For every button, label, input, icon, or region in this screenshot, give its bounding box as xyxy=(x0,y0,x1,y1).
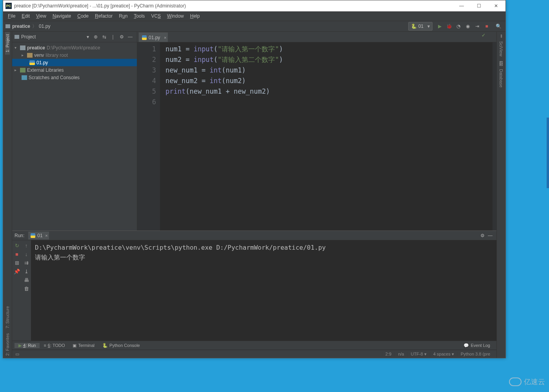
stop-button[interactable]: ■ xyxy=(483,22,491,30)
database-icon[interactable]: 🗄 xyxy=(499,61,504,67)
toolwindow-tab-structure[interactable]: 7: Structure xyxy=(5,304,10,331)
minimize-button[interactable]: — xyxy=(453,0,470,11)
toolwindow-tab-project[interactable]: 1: Project xyxy=(5,32,10,54)
close-tab-icon[interactable]: × xyxy=(164,35,166,40)
expand-all-button[interactable]: ⇆ xyxy=(100,34,109,40)
chevron-right-icon[interactable]: ▸ xyxy=(22,53,25,57)
coverage-button[interactable]: ◔ xyxy=(454,22,462,30)
status-git[interactable]: n/a xyxy=(394,352,407,356)
rerun-button[interactable]: ↻ xyxy=(13,242,20,249)
status-indent[interactable]: 4 spaces ▾ xyxy=(430,352,457,357)
stop-run-button[interactable]: ■ xyxy=(13,250,20,258)
folder-icon xyxy=(20,45,25,50)
run-toolwindow-header: Run: 01 × ⚙ — xyxy=(12,231,496,240)
bottom-tab-todo[interactable]: ≡6: TODO xyxy=(40,343,69,348)
inspection-ok-icon[interactable]: ✓ xyxy=(482,33,485,38)
clear-button[interactable]: 🗑 xyxy=(23,285,30,292)
editor-tab-bar: 01.py × xyxy=(137,32,496,42)
hide-toolwindow-button[interactable]: — xyxy=(486,233,494,238)
status-interpreter[interactable]: Python 3.8 (pre xyxy=(457,352,493,356)
terminal-icon: ▣ xyxy=(73,343,76,348)
debug-button[interactable]: 🐞 xyxy=(445,22,453,30)
locate-button[interactable]: ⊕ xyxy=(91,34,100,40)
tree-node-file-selected[interactable]: 01.py xyxy=(12,59,137,66)
run-console[interactable]: D:\PycharmWork\preatice\venv\Scripts\pyt… xyxy=(31,240,496,341)
attach-button[interactable]: ⇥ xyxy=(473,22,481,30)
project-tree[interactable]: ▾ preatice D:\PycharmWork\preatice ▸ ven… xyxy=(12,42,137,83)
close-tab-icon[interactable]: × xyxy=(45,233,47,238)
status-encoding[interactable]: UTF-8 ▾ xyxy=(407,352,429,357)
breadcrumb[interactable]: preatice 〉 01.py xyxy=(5,23,50,30)
pycharm-logo-icon: PC xyxy=(5,3,12,9)
up-stack-button[interactable]: ↑ xyxy=(23,242,30,249)
layout-button[interactable]: ⊞ xyxy=(13,259,20,266)
chevron-right-icon[interactable]: ▸ xyxy=(15,68,18,72)
pycharm-window: PC preatice [D:\PycharmWork\preatice] - … xyxy=(3,0,506,358)
tree-node-venv[interactable]: ▸ venv library root xyxy=(12,51,137,59)
scroll-to-end-button[interactable]: ⤓ xyxy=(23,268,30,275)
statusbar-icon[interactable]: ▭ xyxy=(15,352,19,357)
toolwindow-tab-favorites[interactable]: 2: Favorites xyxy=(5,331,10,358)
menu-run[interactable]: Run xyxy=(116,13,131,19)
python-icon xyxy=(31,233,35,238)
menu-help[interactable]: Help xyxy=(187,13,203,19)
tree-node-scratches[interactable]: Scratches and Consoles xyxy=(12,74,137,81)
menu-navigate[interactable]: Navigate xyxy=(49,13,74,19)
tree-root-label: preatice xyxy=(27,45,45,51)
collapse-all-button[interactable]: ｜ xyxy=(109,34,117,40)
center-column: Project ▾ ⊕ ⇆ ｜ ⚙ — ▾ preatice D:\Py xyxy=(12,32,496,358)
tree-node-root[interactable]: ▾ preatice D:\PycharmWork\preatice xyxy=(12,44,137,51)
soft-wrap-button[interactable]: ⇉ xyxy=(23,259,30,266)
watermark: 亿速云 xyxy=(509,377,545,387)
run-tab-active[interactable]: 01 × xyxy=(28,232,49,240)
line-number: 4 xyxy=(137,76,156,86)
toolwindow-icon[interactable]: ⦀ xyxy=(500,33,502,39)
editor-gutter[interactable]: 1 2 3 4 5 6 xyxy=(137,42,160,230)
todo-icon: ≡ xyxy=(44,343,46,348)
run-button[interactable]: ▶ xyxy=(436,22,444,30)
menu-file[interactable]: File xyxy=(5,13,18,19)
run-toolwindow: Run: 01 × ⚙ — ↻ ■ ⊞ 📌 xyxy=(12,230,496,341)
menu-edit[interactable]: Edit xyxy=(18,13,33,19)
close-window-button[interactable]: ✕ xyxy=(487,0,505,11)
menu-tools[interactable]: Tools xyxy=(131,13,148,19)
hide-toolwindow-button[interactable]: — xyxy=(126,34,135,40)
menu-refactor[interactable]: Refactor xyxy=(92,13,116,19)
run-settings-gear-icon[interactable]: ⚙ xyxy=(478,233,486,238)
code-lines[interactable]: num1 = input("请输入第一个数字")num2 = input("请输… xyxy=(160,42,493,230)
titlebar[interactable]: PC preatice [D:\PycharmWork\preatice] - … xyxy=(3,0,505,11)
run-toolbar-left2: ↑ ↓ ⇉ ⤓ 🖶 🗑 xyxy=(22,240,31,341)
bottom-tab-terminal[interactable]: ▣Terminal xyxy=(69,343,98,348)
toolwindow-tab-database[interactable]: Database xyxy=(499,67,504,90)
line-number: 6 xyxy=(137,97,156,107)
console-line: D:\PycharmWork\preatice\venv\Scripts\pyt… xyxy=(35,243,493,252)
chevron-down-icon[interactable]: ▾ xyxy=(15,45,18,50)
editor-error-stripe[interactable] xyxy=(493,42,496,230)
cloud-icon xyxy=(509,377,522,386)
menu-vcs[interactable]: VCS xyxy=(148,13,164,19)
project-toolwindow-title[interactable]: Project xyxy=(21,34,87,40)
menu-window[interactable]: Window xyxy=(164,13,187,19)
tree-venv-hint: library root xyxy=(45,53,68,58)
down-stack-button[interactable]: ↓ xyxy=(23,250,30,258)
bottom-tab-python-console[interactable]: 🐍Python Console xyxy=(98,343,144,348)
toolwindow-tab-sciview[interactable]: SciView xyxy=(499,39,504,59)
search-everywhere-button[interactable]: 🔍 xyxy=(494,22,502,30)
code-area[interactable]: 1 2 3 4 5 6 num1 = input("请输入第一个数字")num2… xyxy=(137,42,496,230)
profile-button[interactable]: ◉ xyxy=(464,22,472,30)
print-button[interactable]: 🖶 xyxy=(23,276,30,283)
tree-node-external-libraries[interactable]: ▸ External Libraries xyxy=(12,66,137,74)
settings-gear-icon[interactable]: ⚙ xyxy=(117,34,126,40)
bottom-tab-event-log[interactable]: 💬Event Log xyxy=(460,343,494,348)
menu-view[interactable]: View xyxy=(33,13,49,19)
desktop-background xyxy=(506,0,549,392)
menu-code[interactable]: Code xyxy=(74,13,92,19)
chevron-down-icon[interactable]: ▾ xyxy=(87,34,89,40)
pin-button[interactable]: 📌 xyxy=(13,268,20,275)
editor-tab-active[interactable]: 01.py × xyxy=(139,33,168,42)
maximize-button[interactable]: ☐ xyxy=(470,0,487,11)
run-config-selector[interactable]: 🐍 01 ▾ xyxy=(408,22,433,31)
status-caret-pos[interactable]: 2:9 xyxy=(382,352,394,356)
bottom-tab-run[interactable]: ▶4: Run xyxy=(15,343,40,348)
window-title: preatice [D:\PycharmWork\preatice] - ...… xyxy=(14,3,453,9)
